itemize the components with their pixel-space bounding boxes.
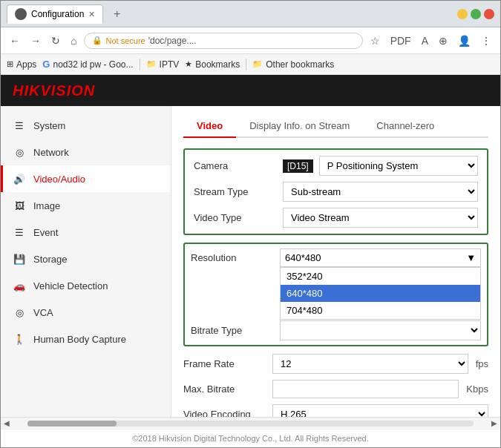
event-icon: ☰ bbox=[13, 225, 26, 239]
stream-type-row: Stream Type Sub-stream bbox=[194, 182, 478, 202]
image-label: Image bbox=[33, 200, 60, 211]
video-encoding-select[interactable]: H.265 bbox=[272, 404, 488, 417]
account-button[interactable]: 👤 bbox=[455, 33, 474, 48]
sidebar-item-vca[interactable]: ◎ VCA bbox=[1, 299, 171, 326]
iptv-folder-icon: 📁 bbox=[146, 59, 157, 69]
pdf-button[interactable]: PDF bbox=[387, 33, 414, 48]
home-button[interactable]: ⌂ bbox=[68, 33, 79, 48]
vehicle-icon: 🚗 bbox=[13, 279, 26, 292]
stream-type-label: Stream Type bbox=[194, 186, 283, 197]
tab-title: Configuration bbox=[31, 9, 84, 19]
content-tabs: Video Display Info. on Stream Channel-ze… bbox=[183, 115, 488, 138]
tab-display-info[interactable]: Display Info. on Stream bbox=[236, 115, 363, 138]
bookmark-google[interactable]: G nod32 id pw - Goo... bbox=[42, 59, 133, 70]
max-bitrate-input[interactable]: 128 bbox=[272, 380, 459, 398]
video-type-select[interactable]: Video Stream bbox=[283, 208, 478, 228]
resolution-option-640[interactable]: 640*480 bbox=[281, 285, 480, 302]
bookmark-star-button[interactable]: ☆ bbox=[367, 33, 383, 48]
bookmark-other[interactable]: 📁 Other bookmarks bbox=[252, 59, 334, 70]
bookmark-apps[interactable]: ⊞ Apps bbox=[7, 59, 36, 70]
horizontal-scrollbar[interactable]: ◀ ▶ bbox=[1, 417, 500, 429]
refresh-circle-button[interactable]: ⊕ bbox=[436, 33, 451, 48]
scroll-right-arrow[interactable]: ▶ bbox=[488, 419, 500, 427]
new-tab-button[interactable]: + bbox=[109, 6, 125, 22]
event-label: Event bbox=[33, 227, 58, 238]
video-audio-icon: 🔊 bbox=[13, 172, 26, 185]
url-display: 'doc/page.... bbox=[148, 36, 197, 46]
storage-icon: 💾 bbox=[13, 252, 26, 266]
bookmarks-label: Bookmarks bbox=[195, 59, 240, 70]
system-icon: ☰ bbox=[13, 119, 26, 132]
camera-control: [D15] P Positioning System bbox=[283, 156, 478, 176]
resolution-option-704[interactable]: 704*480 bbox=[281, 302, 480, 319]
resolution-selected[interactable]: 640*480 ▼ bbox=[280, 248, 481, 267]
minimize-button[interactable] bbox=[457, 9, 468, 19]
resolution-section: Resolution 640*480 ▼ 352*240 640*480 bbox=[183, 243, 488, 346]
forward-button[interactable]: → bbox=[27, 33, 44, 48]
separator-1 bbox=[140, 59, 140, 70]
close-button[interactable] bbox=[484, 9, 494, 19]
other-bookmarks-label: Other bookmarks bbox=[266, 59, 334, 70]
hikvision-header: HIKVISION bbox=[1, 75, 500, 106]
max-bitrate-label: Max. Bitrate bbox=[183, 383, 272, 395]
scroll-left-arrow[interactable]: ◀ bbox=[1, 419, 13, 427]
back-button[interactable]: ← bbox=[7, 33, 23, 48]
tab-favicon bbox=[15, 8, 27, 20]
window-controls bbox=[457, 9, 494, 19]
reload-button[interactable]: ↻ bbox=[48, 33, 63, 48]
menu-button[interactable]: ⋮ bbox=[478, 33, 494, 48]
video-type-control: Video Stream bbox=[283, 208, 478, 228]
iptv-label: IPTV bbox=[160, 59, 180, 70]
stream-type-select[interactable]: Sub-stream bbox=[283, 182, 478, 202]
camera-form-section: Camera [D15] P Positioning System Stream… bbox=[183, 148, 488, 235]
address-bar[interactable]: 🔒 Not secure 'doc/page.... bbox=[84, 33, 362, 49]
apps-icon: ⊞ bbox=[7, 59, 13, 69]
sidebar-item-network[interactable]: ◎ Network bbox=[1, 139, 171, 165]
acrobat-button[interactable]: A bbox=[419, 33, 431, 48]
video-type-label: Video Type bbox=[194, 212, 283, 223]
bitrate-type-label: Bitrate Type bbox=[191, 325, 280, 336]
tab-video[interactable]: Video bbox=[183, 115, 236, 138]
storage-label: Storage bbox=[33, 254, 68, 265]
tab-close-btn[interactable]: × bbox=[88, 8, 94, 20]
sidebar-item-image[interactable]: 🖼 Image bbox=[1, 192, 171, 219]
navigation-bar: ← → ↻ ⌂ 🔒 Not secure 'doc/page.... ☆ PDF… bbox=[1, 27, 500, 54]
logo-red-text: HIKVISION bbox=[13, 82, 95, 99]
video-type-row: Video Type Video Stream bbox=[194, 208, 478, 228]
app-body: HIKVISION ☰ System ◎ Network 🔊 Video/Aud… bbox=[1, 75, 500, 447]
maximize-button[interactable] bbox=[471, 9, 481, 19]
scroll-track bbox=[27, 421, 474, 426]
sidebar-item-human-body[interactable]: 🚶 Human Body Capture bbox=[1, 326, 171, 352]
google-label: nod32 id pw - Goo... bbox=[53, 59, 133, 70]
separator-2 bbox=[246, 59, 246, 70]
bitrate-type-control bbox=[280, 320, 481, 340]
image-icon: 🖼 bbox=[13, 199, 26, 212]
network-label: Network bbox=[33, 147, 69, 158]
resolution-control: 640*480 ▼ 352*240 640*480 704*480 bbox=[280, 248, 481, 267]
resolution-chevron-icon: ▼ bbox=[466, 252, 476, 263]
resolution-dropdown[interactable]: 640*480 ▼ 352*240 640*480 704*480 bbox=[280, 248, 481, 267]
camera-select[interactable]: P Positioning System bbox=[319, 156, 478, 176]
tab-channel-zero[interactable]: Channel-zero bbox=[363, 115, 448, 138]
camera-field-label: Camera bbox=[194, 160, 283, 171]
content-area: Video Display Info. on Stream Channel-ze… bbox=[171, 106, 500, 417]
max-bitrate-control: 128 Kbps bbox=[272, 380, 488, 398]
frame-rate-select[interactable]: 12 bbox=[272, 354, 468, 374]
scroll-thumb[interactable] bbox=[27, 421, 117, 426]
active-tab[interactable]: Configuration × bbox=[7, 4, 103, 24]
system-label: System bbox=[33, 120, 65, 131]
camera-id-badge: [D15] bbox=[283, 159, 313, 173]
bookmark-iptv[interactable]: 📁 IPTV bbox=[146, 59, 180, 70]
sidebar-item-storage[interactable]: 💾 Storage bbox=[1, 246, 171, 272]
kbps-unit-label: Kbps bbox=[466, 383, 488, 395]
resolution-option-352[interactable]: 352*240 bbox=[281, 268, 480, 285]
bitrate-type-select[interactable] bbox=[280, 320, 481, 340]
sidebar-item-system[interactable]: ☰ System bbox=[1, 112, 171, 139]
sidebar-item-video-audio[interactable]: 🔊 Video/Audio bbox=[1, 165, 171, 192]
bookmark-bookmarks[interactable]: ★ Bookmarks bbox=[185, 59, 240, 70]
main-layout: ☰ System ◎ Network 🔊 Video/Audio 🖼 Image… bbox=[1, 106, 500, 417]
sidebar-item-event[interactable]: ☰ Event bbox=[1, 219, 171, 246]
footer-text: ©2018 Hikvision Digital Technology Co., … bbox=[132, 434, 369, 443]
fps-unit-label: fps bbox=[476, 358, 488, 369]
sidebar-item-vehicle-detection[interactable]: 🚗 Vehicle Detection bbox=[1, 272, 171, 299]
